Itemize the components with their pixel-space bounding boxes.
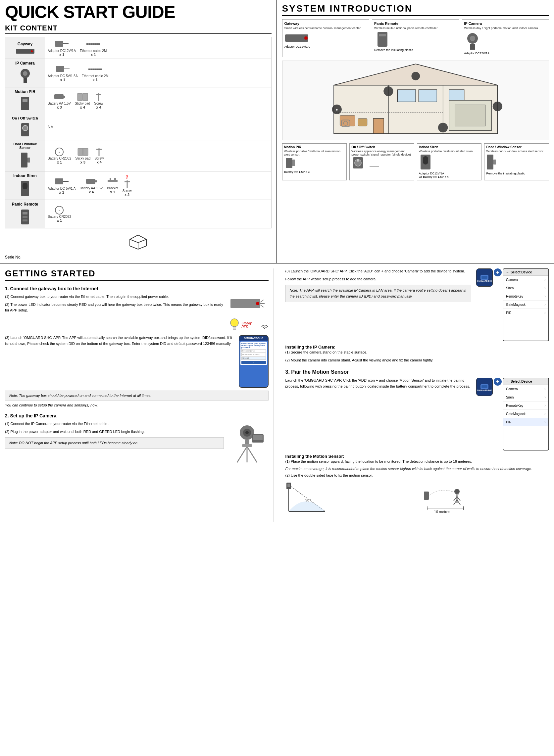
screw-icon — [122, 180, 132, 189]
svg-text:16 metres: 16 metres — [434, 510, 450, 514]
quick-start-panel: QUICK START GUIDE KIT CONTENT Gayway — [0, 0, 277, 263]
wifi-icon — [261, 321, 269, 329]
doorwindow-bottom-card: Door / Window Sensor Wireless door / win… — [484, 143, 549, 180]
svg-rect-35 — [108, 180, 118, 182]
lightbulb-icon — [229, 317, 240, 332]
svg-point-6 — [23, 71, 27, 76]
continue-text: You can continue to setup the camera and… — [5, 403, 269, 407]
getting-started-right: (3) Launch the 'OMGUARD SHC' APP. Click … — [280, 268, 549, 522]
step3-note: Note: The APP will search the available … — [285, 285, 472, 302]
getting-started-title: GETTING STARTED — [5, 268, 269, 281]
installing-camera-2: (2) Mount the camera into camera stand. … — [285, 358, 549, 364]
gateway-card: Gateway Smart wireless central home cont… — [282, 19, 370, 57]
svg-point-49 — [304, 37, 308, 40]
select-device-pir[interactable]: PIR › — [503, 309, 548, 317]
svg-point-97 — [245, 431, 249, 434]
installing-motion-2: For maximum coverage, it is recommanded … — [285, 467, 549, 471]
svg-rect-113 — [287, 484, 290, 487]
omguard-app-icon: OMGUARDSHC — [476, 268, 493, 287]
gateway-device-icon — [284, 31, 311, 44]
motionpir-icon — [19, 95, 31, 112]
svg-rect-51 — [379, 34, 386, 37]
phone-field3[interactable]: 123456 — [241, 357, 266, 360]
step-pair-title: 3. Pair the Motion Sensor — [285, 369, 549, 375]
select-device-siren-2[interactable]: Siren › — [503, 393, 548, 401]
table-row: Gayway Adaptor DC12V/1A x 1 — [5, 37, 272, 59]
svg-rect-2 — [55, 41, 63, 47]
select-device-remotekey[interactable]: RemoteKey › — [503, 292, 548, 301]
select-device-camera[interactable]: Camera › — [503, 276, 548, 284]
svg-text:+: + — [59, 151, 60, 154]
panicremote-device-icon — [374, 31, 391, 48]
phone-field2[interactable]: H63AB-168619-G4PPF — [241, 353, 266, 356]
battery-cr2032-icon: + — [54, 147, 65, 156]
svg-rect-80 — [357, 159, 358, 162]
svg-point-71 — [438, 123, 447, 132]
house-svg: ● — [282, 61, 549, 140]
step1-section: 1. Connect the gateway box to the Intern… — [5, 286, 269, 407]
installing-motion-title: Installing the Motion Sensor: — [285, 454, 549, 459]
svg-rect-16 — [83, 93, 88, 101]
panicremote-card: Panic Remote Wireless multi-functional p… — [372, 19, 459, 57]
installing-motion-3: (2) Use the double-sided tape to fix the… — [285, 472, 549, 479]
indoorsiren-bottom-icon — [419, 153, 432, 171]
step2-image — [229, 421, 269, 465]
svg-rect-37 — [114, 178, 116, 180]
table-row: Door / Window Sensor + Battery CR2032 x … — [5, 140, 272, 172]
add-device-button[interactable]: + — [494, 268, 502, 276]
kit-content-title: KIT CONTENT — [5, 24, 272, 34]
gateway-accessory: Adaptor DC12V/1A — [284, 45, 367, 48]
step2-content: (1) Connect the IP Camera to your router… — [5, 421, 269, 465]
onoff-icon — [18, 122, 32, 138]
phone-submit-btn[interactable]: → — [241, 361, 266, 364]
svg-rect-31 — [55, 178, 63, 184]
add-device-button-2[interactable]: + — [494, 378, 502, 386]
svg-point-70 — [383, 86, 393, 96]
select-device-gatemaglock[interactable]: GateMaglock › — [503, 301, 548, 309]
kit-content-table: Gayway Adaptor DC12V/1A x 1 — [5, 37, 272, 229]
omguard-icon-graphic — [480, 273, 489, 280]
installing-camera-1: (1) Secure the camera stand on the stabl… — [285, 350, 549, 356]
svg-point-72 — [492, 102, 502, 111]
select-device-header-1: ← Select Device — [503, 269, 548, 276]
svg-rect-85 — [493, 160, 496, 165]
svg-rect-8 — [56, 66, 64, 72]
doorwindow-icon — [20, 151, 30, 169]
svg-rect-106 — [482, 276, 488, 279]
svg-rect-83 — [423, 156, 428, 165]
svg-rect-63 — [373, 119, 384, 134]
select-device-camera-2[interactable]: Camera › — [503, 385, 548, 393]
step3-camera-text: (3) Launch the 'OMGUARD SHC' APP. Click … — [285, 268, 472, 305]
table-row: Indoor Siren Adaptor DC 5V/1 A x 1 — [5, 172, 272, 200]
step1-sub1: (1) Connect gateway box to your router v… — [5, 294, 224, 300]
adaptor-icon — [55, 64, 70, 74]
phone-field1[interactable]: System Name — [241, 349, 266, 353]
step2-sub2: (2) Plug in the power adapter and wait u… — [5, 429, 224, 435]
bracket-icon — [107, 177, 119, 186]
step1-content: (1) Connect gateway box to your router v… — [5, 294, 269, 332]
select-device-siren[interactable]: Siren › — [503, 284, 548, 292]
select-device-pir-2[interactable]: PIR › — [503, 418, 548, 426]
select-device-remotekey-2[interactable]: RemoteKey › — [503, 401, 548, 410]
svg-rect-15 — [77, 93, 82, 101]
gateway-image — [229, 294, 265, 314]
page-title: QUICK START GUIDE — [5, 3, 272, 20]
svg-rect-84 — [487, 154, 493, 170]
svg-rect-92 — [233, 327, 236, 329]
svg-rect-86 — [230, 299, 260, 308]
svg-rect-22 — [27, 158, 30, 163]
battery-icon — [54, 92, 65, 102]
svg-rect-21 — [21, 152, 27, 168]
table-row: Panic Remote + Battery CR2032 x 1 — [5, 200, 272, 229]
system-intro-panel: SYSTEM INTRODUCTION Gateway Smart wirele… — [277, 0, 554, 263]
step2-sub1: (1) Connect the IP Camera to your router… — [5, 421, 224, 427]
svg-rect-67 — [358, 119, 367, 126]
svg-rect-62 — [449, 90, 464, 100]
svg-rect-34 — [95, 180, 97, 182]
svg-rect-102 — [242, 444, 252, 447]
svg-rect-30 — [22, 183, 27, 189]
panicremote-icon — [19, 208, 31, 226]
ipcamera-card: IP Camera Wireless day / night portable … — [462, 19, 549, 57]
camera-coverage-diagram: 90° — [285, 482, 329, 515]
select-device-gatemaglock-2[interactable]: GateMaglock › — [503, 410, 548, 418]
